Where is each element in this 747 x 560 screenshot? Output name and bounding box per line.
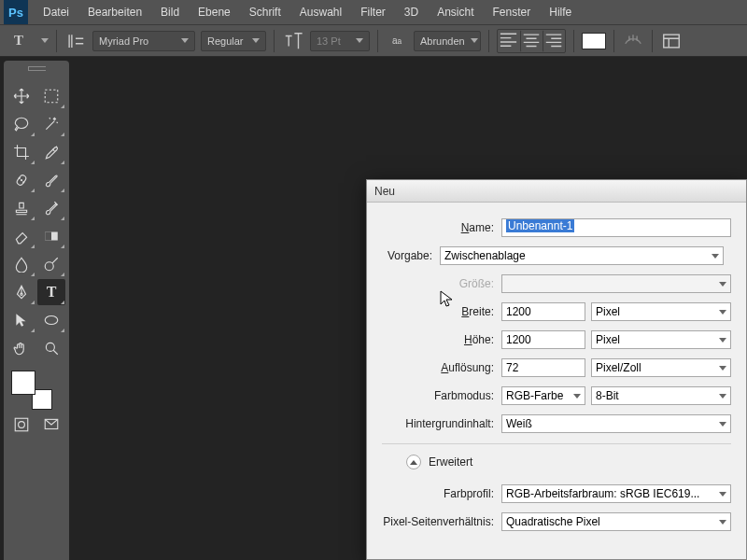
align-center-button[interactable] — [520, 30, 543, 52]
resolution-input[interactable] — [501, 358, 585, 377]
separator — [573, 30, 574, 52]
colormode-label: Farbmodus: — [367, 389, 501, 402]
svg-point-5 — [23, 182, 24, 183]
svg-point-10 — [45, 316, 58, 325]
font-size-icon — [282, 30, 304, 52]
chevron-down-icon — [719, 366, 726, 371]
blur-tool[interactable] — [7, 251, 35, 277]
lasso-tool[interactable] — [7, 111, 35, 137]
chevron-up-icon — [410, 460, 417, 465]
shape-tool[interactable] — [37, 307, 65, 333]
antialias-select[interactable]: Abrunden — [414, 31, 481, 51]
pixel-aspect-value: Quadratische Pixel — [506, 515, 600, 528]
stamp-tool[interactable] — [7, 195, 35, 221]
zoom-tool[interactable] — [37, 335, 65, 361]
healing-tool[interactable] — [7, 167, 35, 193]
pixel-aspect-label: Pixel-Seitenverhältnis: — [367, 515, 501, 528]
menu-3d[interactable]: 3D — [395, 6, 428, 19]
separator — [382, 443, 731, 444]
marquee-tool[interactable] — [37, 83, 65, 109]
chevron-down-icon — [712, 254, 719, 259]
color-profile-select[interactable]: RGB-Arbeitsfarbraum: sRGB IEC619... — [501, 484, 731, 503]
width-unit-select[interactable]: Pixel — [591, 302, 731, 321]
name-label: Name: — [367, 221, 501, 234]
height-label: Höhe: — [367, 333, 501, 346]
screen-mode-icon[interactable] — [37, 412, 65, 438]
svg-point-13 — [19, 422, 25, 428]
history-brush-tool[interactable] — [37, 195, 65, 221]
chevron-down-icon[interactable] — [41, 38, 49, 43]
pixel-aspect-select[interactable]: Quadratische Pixel — [501, 512, 731, 531]
colormode-select[interactable]: RGB-Farbe — [501, 386, 585, 405]
type-tool[interactable]: T — [37, 279, 65, 305]
separator — [613, 30, 614, 52]
font-family-value: Myriad Pro — [99, 35, 148, 47]
width-input[interactable] — [501, 302, 585, 321]
advanced-toggle-button[interactable] — [406, 455, 421, 469]
menu-view[interactable]: Ansicht — [428, 6, 483, 19]
height-unit-select[interactable]: Pixel — [591, 330, 731, 349]
preset-select[interactable]: Zwischenablage — [440, 246, 724, 265]
gradient-tool[interactable] — [37, 223, 65, 249]
chevron-down-icon — [719, 492, 726, 497]
dialog-title: Neu — [367, 180, 746, 203]
foreground-color-swatch[interactable] — [11, 371, 35, 395]
crop-tool[interactable] — [7, 139, 35, 165]
menu-window[interactable]: Fenster — [484, 6, 541, 19]
dodge-tool[interactable] — [37, 251, 65, 277]
text-color-swatch[interactable] — [582, 33, 606, 49]
chevron-down-icon — [471, 38, 478, 43]
background-label: Hintergrundinhalt: — [367, 417, 501, 430]
orientation-toggle-icon[interactable] — [64, 30, 87, 52]
menu-filter[interactable]: Filter — [351, 6, 395, 19]
background-value: Weiß — [506, 417, 532, 430]
color-swatches[interactable] — [11, 371, 58, 412]
chevron-down-icon — [719, 310, 726, 315]
font-size-select[interactable]: 13 Pt — [310, 31, 370, 51]
wand-tool[interactable] — [37, 111, 65, 137]
quick-mask-icon[interactable] — [7, 412, 35, 438]
chevron-down-icon — [252, 38, 260, 43]
font-size-value: 13 Pt — [317, 35, 341, 47]
align-right-button[interactable] — [543, 30, 565, 52]
warp-text-icon[interactable] — [622, 30, 644, 52]
brush-tool[interactable] — [37, 167, 65, 193]
height-input[interactable] — [501, 330, 585, 349]
chevron-down-icon — [719, 394, 726, 399]
svg-point-11 — [46, 343, 54, 351]
width-unit-value: Pixel — [596, 305, 620, 318]
menu-help[interactable]: Hilfe — [540, 6, 581, 19]
chevron-down-icon — [356, 38, 363, 43]
path-select-tool[interactable] — [7, 307, 35, 333]
menu-file[interactable]: Datei — [34, 6, 78, 19]
resolution-unit-select[interactable]: Pixel/Zoll — [591, 358, 731, 377]
panel-grip-icon[interactable] — [4, 66, 69, 79]
menubar: Ps Datei Bearbeiten Bild Ebene Schrift A… — [0, 0, 747, 24]
chevron-down-icon — [719, 520, 726, 525]
eyedropper-tool[interactable] — [37, 139, 65, 165]
menu-image[interactable]: Bild — [151, 6, 189, 19]
menu-select[interactable]: Auswahl — [290, 6, 351, 19]
move-tool[interactable] — [7, 83, 35, 109]
font-family-select[interactable]: Myriad Pro — [92, 31, 195, 51]
tool-preset-icon[interactable]: T — [7, 30, 30, 52]
background-select[interactable]: Weiß — [501, 414, 731, 433]
svg-point-4 — [19, 177, 20, 178]
name-input[interactable]: Unbenannt-1 — [501, 218, 731, 237]
svg-point-3 — [21, 179, 21, 180]
separator — [377, 30, 378, 52]
pen-tool[interactable] — [7, 279, 35, 305]
height-unit-value: Pixel — [596, 333, 620, 346]
resolution-unit-value: Pixel/Zoll — [596, 361, 641, 374]
align-left-button[interactable] — [498, 30, 520, 52]
bitdepth-select[interactable]: 8-Bit — [591, 386, 731, 405]
menu-edit[interactable]: Bearbeiten — [78, 6, 151, 19]
antialias-value: Abrunden — [420, 35, 465, 47]
panel-toggle-icon[interactable] — [660, 30, 683, 52]
resolution-label: Auflösung: — [367, 361, 501, 374]
eraser-tool[interactable] — [7, 223, 35, 249]
menu-layer[interactable]: Ebene — [189, 6, 240, 19]
hand-tool[interactable] — [7, 335, 35, 361]
font-style-select[interactable]: Regular — [201, 31, 266, 51]
menu-type[interactable]: Schrift — [240, 6, 290, 19]
